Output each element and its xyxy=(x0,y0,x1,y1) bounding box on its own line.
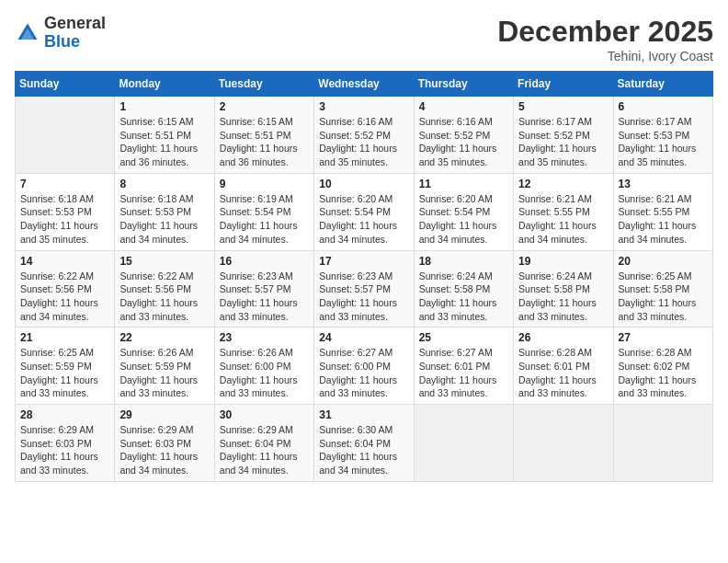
calendar-cell: 30Sunrise: 6:29 AMSunset: 6:04 PMDayligh… xyxy=(214,405,313,482)
day-header-thursday: Thursday xyxy=(414,72,513,97)
day-number: 9 xyxy=(220,178,309,190)
day-info: Sunrise: 6:25 AMSunset: 5:58 PMDaylight:… xyxy=(619,270,708,324)
day-number: 1 xyxy=(119,100,209,113)
day-number: 18 xyxy=(419,255,508,268)
calendar-cell: 3Sunrise: 6:16 AMSunset: 5:52 PMDaylight… xyxy=(314,97,414,174)
day-info: Sunrise: 6:29 AMSunset: 6:04 PMDaylight:… xyxy=(220,423,309,477)
day-number: 24 xyxy=(319,331,408,344)
day-info: Sunrise: 6:22 AMSunset: 5:56 PMDaylight:… xyxy=(119,270,209,324)
day-number: 27 xyxy=(619,331,708,344)
day-number: 26 xyxy=(518,331,608,344)
day-number: 16 xyxy=(220,255,309,268)
location: Tehini, Ivory Coast xyxy=(497,49,713,63)
calendar-cell: 10Sunrise: 6:20 AMSunset: 5:54 PMDayligh… xyxy=(314,173,414,250)
calendar-cell: 14Sunrise: 6:22 AMSunset: 5:56 PMDayligh… xyxy=(16,250,115,327)
calendar-week-row: 28Sunrise: 6:29 AMSunset: 6:03 PMDayligh… xyxy=(16,405,713,482)
calendar-cell: 29Sunrise: 6:29 AMSunset: 6:03 PMDayligh… xyxy=(115,405,214,482)
day-info: Sunrise: 6:26 AMSunset: 5:59 PMDaylight:… xyxy=(119,346,209,400)
calendar-cell xyxy=(414,405,513,482)
day-info: Sunrise: 6:21 AMSunset: 5:55 PMDaylight:… xyxy=(518,192,608,247)
day-info: Sunrise: 6:18 AMSunset: 5:53 PMDaylight:… xyxy=(119,192,209,247)
day-info: Sunrise: 6:20 AMSunset: 5:54 PMDaylight:… xyxy=(319,192,408,247)
calendar-cell: 2Sunrise: 6:15 AMSunset: 5:51 PMDaylight… xyxy=(214,97,313,174)
calendar-cell: 15Sunrise: 6:22 AMSunset: 5:56 PMDayligh… xyxy=(115,250,214,327)
calendar-cell: 22Sunrise: 6:26 AMSunset: 5:59 PMDayligh… xyxy=(115,327,214,405)
day-info: Sunrise: 6:30 AMSunset: 6:04 PMDaylight:… xyxy=(319,423,408,477)
calendar-cell: 11Sunrise: 6:20 AMSunset: 5:54 PMDayligh… xyxy=(414,173,513,250)
day-number: 3 xyxy=(319,100,408,113)
calendar-cell: 26Sunrise: 6:28 AMSunset: 6:01 PMDayligh… xyxy=(514,327,613,405)
day-number: 20 xyxy=(619,255,708,268)
calendar-cell: 19Sunrise: 6:24 AMSunset: 5:58 PMDayligh… xyxy=(514,250,613,327)
day-header-wednesday: Wednesday xyxy=(314,72,414,97)
logo-blue: Blue xyxy=(44,32,80,51)
day-number: 17 xyxy=(319,255,408,268)
day-number: 28 xyxy=(20,408,109,421)
day-number: 14 xyxy=(20,255,109,268)
day-number: 11 xyxy=(419,178,508,190)
day-number: 22 xyxy=(119,331,209,344)
day-header-sunday: Sunday xyxy=(16,72,115,97)
day-info: Sunrise: 6:29 AMSunset: 6:03 PMDaylight:… xyxy=(119,423,209,477)
day-number: 10 xyxy=(319,178,408,190)
calendar-cell xyxy=(16,97,115,174)
page-header: General Blue December 2025 Tehini, Ivory… xyxy=(15,15,713,63)
title-block: December 2025 Tehini, Ivory Coast xyxy=(497,15,713,63)
calendar-cell: 16Sunrise: 6:23 AMSunset: 5:57 PMDayligh… xyxy=(214,250,313,327)
logo: General Blue xyxy=(15,15,106,52)
day-number: 5 xyxy=(518,100,608,113)
day-info: Sunrise: 6:22 AMSunset: 5:56 PMDaylight:… xyxy=(20,270,109,324)
day-number: 12 xyxy=(518,178,608,190)
day-number: 21 xyxy=(20,331,109,344)
day-info: Sunrise: 6:27 AMSunset: 6:00 PMDaylight:… xyxy=(319,346,408,400)
calendar-cell: 23Sunrise: 6:26 AMSunset: 6:00 PMDayligh… xyxy=(214,327,313,405)
day-info: Sunrise: 6:28 AMSunset: 6:01 PMDaylight:… xyxy=(518,346,608,400)
day-number: 7 xyxy=(20,178,109,190)
day-info: Sunrise: 6:20 AMSunset: 5:54 PMDaylight:… xyxy=(419,192,508,247)
logo-icon xyxy=(15,20,40,46)
day-number: 13 xyxy=(619,178,708,190)
day-info: Sunrise: 6:17 AMSunset: 5:52 PMDaylight:… xyxy=(518,115,608,169)
calendar-header-row: SundayMondayTuesdayWednesdayThursdayFrid… xyxy=(16,72,713,97)
calendar-cell: 31Sunrise: 6:30 AMSunset: 6:04 PMDayligh… xyxy=(314,405,414,482)
calendar-cell: 1Sunrise: 6:15 AMSunset: 5:51 PMDaylight… xyxy=(115,97,214,174)
day-info: Sunrise: 6:16 AMSunset: 5:52 PMDaylight:… xyxy=(319,115,408,169)
day-info: Sunrise: 6:26 AMSunset: 6:00 PMDaylight:… xyxy=(220,346,309,400)
day-info: Sunrise: 6:17 AMSunset: 5:53 PMDaylight:… xyxy=(619,115,708,169)
day-info: Sunrise: 6:21 AMSunset: 5:55 PMDaylight:… xyxy=(619,192,708,247)
calendar-cell: 20Sunrise: 6:25 AMSunset: 5:58 PMDayligh… xyxy=(613,250,712,327)
day-header-friday: Friday xyxy=(514,72,613,97)
day-number: 15 xyxy=(119,255,209,268)
day-info: Sunrise: 6:27 AMSunset: 6:01 PMDaylight:… xyxy=(419,346,508,400)
day-number: 6 xyxy=(619,100,708,113)
day-info: Sunrise: 6:23 AMSunset: 5:57 PMDaylight:… xyxy=(220,270,309,324)
day-info: Sunrise: 6:23 AMSunset: 5:57 PMDaylight:… xyxy=(319,270,408,324)
day-number: 8 xyxy=(119,178,209,190)
day-number: 4 xyxy=(419,100,508,113)
calendar-cell: 8Sunrise: 6:18 AMSunset: 5:53 PMDaylight… xyxy=(115,173,214,250)
day-number: 23 xyxy=(220,331,309,344)
calendar-cell: 6Sunrise: 6:17 AMSunset: 5:53 PMDaylight… xyxy=(613,97,712,174)
day-header-tuesday: Tuesday xyxy=(214,72,313,97)
logo-text: General Blue xyxy=(44,15,106,52)
calendar-week-row: 7Sunrise: 6:18 AMSunset: 5:53 PMDaylight… xyxy=(16,173,713,250)
calendar-week-row: 14Sunrise: 6:22 AMSunset: 5:56 PMDayligh… xyxy=(16,250,713,327)
calendar-cell: 21Sunrise: 6:25 AMSunset: 5:59 PMDayligh… xyxy=(16,327,115,405)
day-info: Sunrise: 6:16 AMSunset: 5:52 PMDaylight:… xyxy=(419,115,508,169)
calendar-cell: 25Sunrise: 6:27 AMSunset: 6:01 PMDayligh… xyxy=(414,327,513,405)
day-info: Sunrise: 6:19 AMSunset: 5:54 PMDaylight:… xyxy=(220,192,309,247)
calendar-cell: 4Sunrise: 6:16 AMSunset: 5:52 PMDaylight… xyxy=(414,97,513,174)
calendar-cell: 5Sunrise: 6:17 AMSunset: 5:52 PMDaylight… xyxy=(514,97,613,174)
day-info: Sunrise: 6:15 AMSunset: 5:51 PMDaylight:… xyxy=(220,115,309,169)
day-number: 29 xyxy=(119,408,209,421)
logo-general: General xyxy=(44,14,106,32)
calendar-cell: 12Sunrise: 6:21 AMSunset: 5:55 PMDayligh… xyxy=(514,173,613,250)
day-number: 2 xyxy=(220,100,309,113)
day-number: 25 xyxy=(419,331,508,344)
calendar-cell: 27Sunrise: 6:28 AMSunset: 6:02 PMDayligh… xyxy=(613,327,712,405)
calendar-cell: 9Sunrise: 6:19 AMSunset: 5:54 PMDaylight… xyxy=(214,173,313,250)
calendar-week-row: 21Sunrise: 6:25 AMSunset: 5:59 PMDayligh… xyxy=(16,327,713,405)
day-info: Sunrise: 6:25 AMSunset: 5:59 PMDaylight:… xyxy=(20,346,109,400)
calendar-week-row: 1Sunrise: 6:15 AMSunset: 5:51 PMDaylight… xyxy=(16,97,713,174)
calendar-cell xyxy=(613,405,712,482)
